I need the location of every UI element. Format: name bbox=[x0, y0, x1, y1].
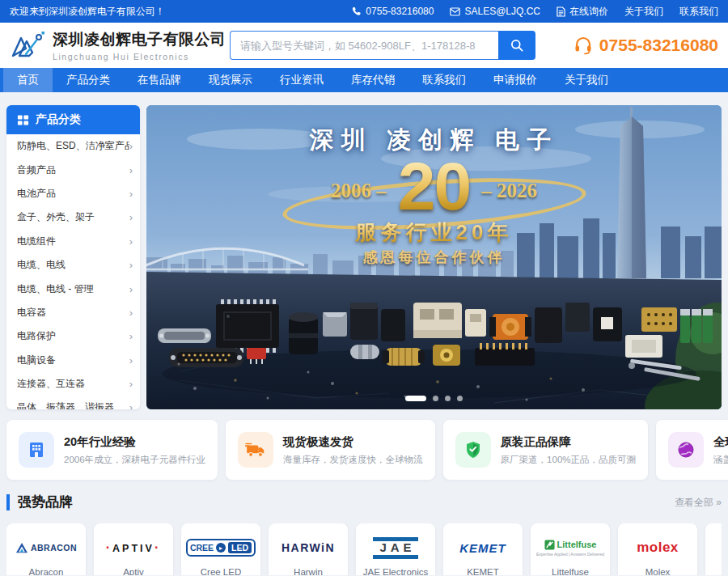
hotline: 0755-83216080 bbox=[574, 36, 718, 55]
chevron-right-icon bbox=[129, 164, 133, 176]
carousel-dot-3[interactable] bbox=[445, 396, 451, 401]
brand-caption: Harwin bbox=[269, 567, 348, 575]
sidebar-category[interactable]: 音频产品 bbox=[6, 158, 140, 181]
sidebar-category[interactable]: 电池产品 bbox=[6, 182, 140, 205]
search-icon bbox=[510, 38, 524, 53]
chevron-right-icon bbox=[129, 330, 133, 342]
chevron-right-icon bbox=[129, 235, 133, 248]
company-name-en: Lingchuang Hui Electronics bbox=[53, 52, 226, 61]
headset-icon bbox=[574, 36, 593, 55]
document-icon bbox=[557, 6, 565, 17]
feature-desc: 海量库存，发货速度快，全球物流 bbox=[283, 454, 423, 466]
view-all-link[interactable]: 查看全部 » bbox=[675, 496, 722, 510]
grid-icon bbox=[17, 114, 29, 126]
company-name: 深圳凌创辉电子有限公司 bbox=[53, 29, 226, 50]
sidebar-list: 防静电、ESD、洁净室产品 音频产品 电池产品 盒子、外壳、架子 电缆组件 电缆… bbox=[6, 134, 140, 409]
sidebar-category[interactable]: 晶体、振荡器、谐振器 bbox=[6, 396, 140, 409]
search-bar bbox=[230, 31, 535, 60]
sidebar-category[interactable]: 电缆组件 bbox=[6, 230, 140, 253]
nav-item[interactable]: 产品分类 bbox=[53, 68, 124, 92]
feature-desc: 2006年成立，深耕电子元器件行业 bbox=[64, 454, 205, 466]
feature-brands: 全球品牌覆盖 涵盖3000+品牌，百万种型号 bbox=[656, 420, 728, 480]
nav-item[interactable]: 行业资讯 bbox=[266, 68, 337, 92]
search-input[interactable] bbox=[230, 31, 498, 60]
sidebar-category[interactable]: 电容器 bbox=[6, 301, 140, 324]
chevron-right-icon bbox=[129, 307, 133, 319]
feature-desc: 原厂渠道，100%正品，品质可溯 bbox=[501, 454, 636, 466]
section-title: 强势品牌 bbox=[6, 494, 73, 510]
brand-caption: KEMET bbox=[443, 567, 523, 575]
sidebar-category[interactable]: 电缆、电线 bbox=[6, 253, 140, 277]
jae-bar-bottom bbox=[373, 555, 418, 559]
brand-card-abracon[interactable]: ABRACON Abracon bbox=[6, 523, 86, 575]
sidebar-category[interactable]: 盒子、外壳、架子 bbox=[6, 205, 140, 229]
topbar-link-inquiry[interactable]: 在线询价 bbox=[557, 5, 608, 19]
brand-card-harwin[interactable]: HARWiN Harwin bbox=[269, 523, 348, 575]
year-end: 2026 bbox=[481, 180, 537, 202]
brand-card-molex[interactable]: molex Molex bbox=[618, 523, 697, 575]
brand-card-partial[interactable] bbox=[705, 523, 722, 575]
brand-caption: Cree LED bbox=[181, 567, 260, 575]
nav-item[interactable]: 在售品牌 bbox=[124, 68, 195, 92]
phone-icon bbox=[352, 6, 362, 16]
sidebar-title: 产品分类 bbox=[36, 112, 81, 127]
cree-arrow-icon bbox=[216, 543, 226, 553]
nav-item[interactable]: 关于我们 bbox=[551, 68, 622, 92]
main-nav: 首页 产品分类 在售品牌 现货展示 行业资讯 库存代销 联系我们 申请报价 关于… bbox=[0, 68, 728, 92]
nav-item[interactable]: 申请报价 bbox=[480, 68, 551, 92]
brand-card-aptiv[interactable]: APTIV Aptiv bbox=[94, 523, 173, 575]
brand-card-kemet[interactable]: KEMET KEMET bbox=[443, 523, 523, 575]
shield-icon bbox=[463, 440, 483, 460]
brand-card-jae[interactable]: JAE JAE Electronics bbox=[356, 523, 435, 575]
brand-caption: Molex bbox=[618, 567, 697, 575]
carousel-dot-2[interactable] bbox=[433, 396, 438, 401]
topbar-link-contact[interactable]: 联系我们 bbox=[679, 5, 718, 19]
topbar-link-about[interactable]: 关于我们 bbox=[624, 5, 663, 19]
carousel-dot-1[interactable] bbox=[405, 396, 426, 401]
chevron-right-icon bbox=[129, 211, 133, 223]
nav-item[interactable]: 现货展示 bbox=[195, 68, 266, 92]
topbar-email[interactable]: SALES@LJQ.CC bbox=[450, 6, 540, 17]
topbar-email-text: SALES@LJQ.CC bbox=[464, 6, 540, 17]
company-logo[interactable]: 深圳凌创辉电子有限公司 Lingchuang Hui Electronics bbox=[10, 29, 230, 61]
sidebar-category[interactable]: 连接器、互连器 bbox=[6, 372, 140, 396]
sidebar-category[interactable]: 电路保护 bbox=[6, 324, 140, 348]
sidebar-category[interactable]: 防静电、ESD、洁净室产品 bbox=[6, 134, 140, 158]
site-header: 深圳凌创辉电子有限公司 Lingchuang Hui Electronics 0… bbox=[0, 23, 728, 68]
brand-caption: JAE Electronics bbox=[356, 567, 435, 575]
sidebar-category[interactable]: 电缆、电线 - 管理 bbox=[6, 277, 140, 300]
brand-card-cree-led[interactable]: CREE LED Cree LED bbox=[181, 523, 260, 575]
chevron-right-icon bbox=[129, 378, 133, 390]
product-category-panel: 产品分类 防静电、ESD、洁净室产品 音频产品 电池产品 盒子、外壳、架子 电缆… bbox=[6, 105, 140, 409]
topbar-link-inquiry-label: 在线询价 bbox=[569, 5, 608, 19]
feature-desc: 涵盖3000+品牌，百万种型号 bbox=[713, 454, 728, 466]
brand-list: ABRACON Abracon APTIV Aptiv CREE LED Cre… bbox=[6, 523, 722, 575]
nav-item[interactable]: 首页 bbox=[3, 68, 53, 92]
brand-caption: Aptiv bbox=[94, 567, 173, 575]
carousel-dot-4[interactable] bbox=[457, 396, 463, 401]
welcome-text: 欢迎来到深圳凌创辉电子有限公司！ bbox=[10, 5, 165, 19]
search-button[interactable] bbox=[498, 31, 535, 60]
brand-caption: Littelfuse bbox=[531, 567, 610, 575]
banner-slogan-2: 感恩每位合作伙伴 bbox=[146, 248, 722, 267]
building-icon bbox=[27, 440, 46, 460]
carousel-dots bbox=[146, 396, 722, 401]
globe-icon bbox=[676, 440, 696, 460]
nav-item[interactable]: 库存代销 bbox=[337, 68, 408, 92]
sidebar-category[interactable]: 电脑设备 bbox=[6, 349, 140, 372]
feature-shipping: 现货极速发货 海量库存，发货速度快，全球物流 bbox=[226, 420, 435, 480]
chevron-right-icon bbox=[129, 354, 133, 366]
nav-item[interactable]: 联系我们 bbox=[408, 68, 480, 92]
chevron-right-icon bbox=[129, 401, 133, 409]
chevron-right-icon bbox=[129, 188, 133, 200]
feature-strip: 20年行业经验 2006年成立，深耕电子元器件行业 现货极速发货 海量库存，发货… bbox=[6, 420, 722, 480]
topbar-phone-number: 0755-83216080 bbox=[366, 6, 434, 17]
banner-years: 2006 20 2026 bbox=[146, 155, 722, 218]
brand-card-littelfuse[interactable]: Littelfuse Expertise Applied | Answers D… bbox=[531, 523, 610, 575]
abracon-logo-icon bbox=[15, 542, 28, 553]
topbar: 欢迎来到深圳凌创辉电子有限公司！ 0755-83216080 SALES@LJQ… bbox=[0, 0, 728, 23]
feature-title: 原装正品保障 bbox=[501, 434, 636, 450]
hero-banner: 深圳 凌创辉 电子 2006 20 2026 服务行业20年 感恩每位合作伙伴 bbox=[146, 105, 722, 409]
hotline-number: 0755-83216080 bbox=[599, 36, 718, 55]
banner-slogan-1: 服务行业20年 bbox=[146, 218, 722, 247]
